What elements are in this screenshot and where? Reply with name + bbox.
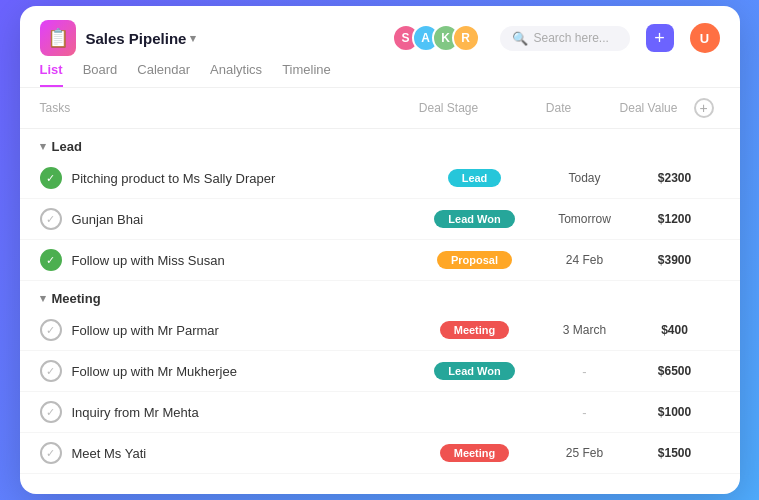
date-col: 24 Feb [540, 253, 630, 267]
section-lead-header: ▾ Lead [20, 129, 740, 158]
value-col: $1000 [630, 405, 720, 419]
task-name: Pitching product to Ms Sally Draper [72, 171, 410, 186]
value-col: $3900 [630, 253, 720, 267]
search-icon: 🔍 [512, 31, 528, 46]
date-col: Today [540, 171, 630, 185]
task-name: Follow up with Miss Susan [72, 253, 410, 268]
col-add: + [694, 98, 720, 118]
value-col: $6500 [630, 364, 720, 378]
section-meeting-header: ▾ Meeting [20, 281, 740, 310]
nav-tabs: List Board Calendar Analytics Timeline [20, 56, 740, 88]
team-avatars: S A K R [392, 24, 480, 52]
tab-board[interactable]: Board [83, 62, 118, 87]
task-name: Gunjan Bhai [72, 212, 410, 227]
avatar-4: R [452, 24, 480, 52]
status-badge: Lead [448, 169, 502, 187]
table-row: ✓ Pitching product to Ms Sally Draper Le… [20, 158, 740, 199]
section-meeting: ▾ Meeting ✓ Follow up with Mr Parmar Mee… [20, 281, 740, 474]
task-name: Inquiry from Mr Mehta [72, 405, 410, 420]
status-badge: Meeting [440, 321, 510, 339]
tab-calendar[interactable]: Calendar [137, 62, 190, 87]
status-badge: Lead Won [434, 210, 514, 228]
section-lead-title: Lead [52, 139, 82, 154]
stage-badge-col: Lead Won [410, 362, 540, 380]
add-column-button[interactable]: + [694, 98, 714, 118]
date-col: 3 March [540, 323, 630, 337]
check-icon[interactable]: ✓ [40, 442, 62, 464]
status-badge: Proposal [437, 251, 512, 269]
search-box[interactable]: 🔍 Search here... [500, 26, 630, 51]
date-col: - [540, 405, 630, 420]
check-icon[interactable]: ✓ [40, 208, 62, 230]
tab-timeline[interactable]: Timeline [282, 62, 331, 87]
task-name: Meet Ms Yati [72, 446, 410, 461]
stage-badge-col: Proposal [410, 251, 540, 269]
check-icon[interactable]: ✓ [40, 249, 62, 271]
col-value-label: Deal Value [604, 101, 694, 115]
app-header: 📋 Sales Pipeline ▾ S A K R 🔍 Search here… [20, 6, 740, 56]
tab-analytics[interactable]: Analytics [210, 62, 262, 87]
table-header: Tasks Deal Stage Date Deal Value + [20, 88, 740, 129]
value-col: $1200 [630, 212, 720, 226]
stage-badge-col: Meeting [410, 444, 540, 462]
date-col: - [540, 364, 630, 379]
add-button[interactable]: + [646, 24, 674, 52]
table-row: ✓ Inquiry from Mr Mehta - $1000 [20, 392, 740, 433]
tab-list[interactable]: List [40, 62, 63, 87]
table-row: ✓ Meet Ms Yati Meeting 25 Feb $1500 [20, 433, 740, 474]
check-icon[interactable]: ✓ [40, 360, 62, 382]
check-icon[interactable]: ✓ [40, 401, 62, 423]
user-avatar[interactable]: U [690, 23, 720, 53]
table-row: ✓ Follow up with Miss Susan Proposal 24 … [20, 240, 740, 281]
section-chevron-meeting[interactable]: ▾ [40, 292, 46, 305]
col-deal-stage-label: Deal Stage [384, 101, 514, 115]
check-icon[interactable]: ✓ [40, 167, 62, 189]
check-icon[interactable]: ✓ [40, 319, 62, 341]
section-meeting-title: Meeting [52, 291, 101, 306]
table-row: ✓ Follow up with Mr Mukherjee Lead Won -… [20, 351, 740, 392]
task-name: Follow up with Mr Parmar [72, 323, 410, 338]
stage-badge-col: Lead [410, 169, 540, 187]
stage-badge-col: Lead Won [410, 210, 540, 228]
chevron-down-icon[interactable]: ▾ [190, 32, 196, 45]
col-tasks-label: Tasks [40, 101, 384, 115]
status-badge: Lead Won [434, 362, 514, 380]
stage-badge-col: Meeting [410, 321, 540, 339]
date-col: 25 Feb [540, 446, 630, 460]
col-date-label: Date [514, 101, 604, 115]
value-col: $400 [630, 323, 720, 337]
section-lead: ▾ Lead ✓ Pitching product to Ms Sally Dr… [20, 129, 740, 281]
value-col: $1500 [630, 446, 720, 460]
main-window: 📋 Sales Pipeline ▾ S A K R 🔍 Search here… [20, 6, 740, 494]
table-row: ✓ Follow up with Mr Parmar Meeting 3 Mar… [20, 310, 740, 351]
section-chevron-lead[interactable]: ▾ [40, 140, 46, 153]
app-title: Sales Pipeline ▾ [86, 30, 197, 47]
app-icon: 📋 [40, 20, 76, 56]
value-col: $2300 [630, 171, 720, 185]
date-col: Tomorrow [540, 212, 630, 226]
status-badge: Meeting [440, 444, 510, 462]
table-row: ✓ Gunjan Bhai Lead Won Tomorrow $1200 [20, 199, 740, 240]
search-placeholder: Search here... [534, 31, 609, 45]
task-name: Follow up with Mr Mukherjee [72, 364, 410, 379]
